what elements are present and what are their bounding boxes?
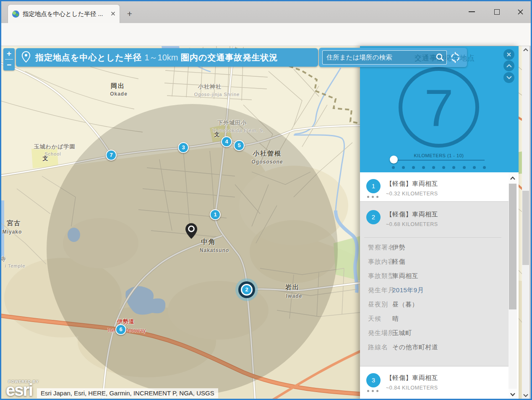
radius-slider-label: KILOMETERS (1 - 10) bbox=[385, 153, 493, 158]
map-label-wakaba-jp: 玉城わかば学園 bbox=[34, 143, 76, 151]
browser-titlebar: 指定地点を中心とした半径 ... + bbox=[0, 1, 532, 23]
list-item-3-number[interactable]: 3 bbox=[366, 373, 381, 387]
locate-icon[interactable] bbox=[449, 51, 462, 65]
map-marker-3[interactable]: 3 bbox=[178, 142, 189, 153]
map-marker-6[interactable]: 6 bbox=[115, 324, 126, 335]
list-item-2-distance: ~0.68 KILOMETERS bbox=[386, 221, 438, 227]
map-label-okade-jp: 岡出 bbox=[111, 82, 125, 90]
detail-value-route: その他市町村道 bbox=[392, 343, 438, 351]
map-label-ogososone-jp: 小社曽根 bbox=[253, 150, 282, 158]
tab-title: 指定地点を中心とした半径 ... bbox=[23, 10, 107, 18]
map-label-iwade-en: Iwade bbox=[286, 293, 302, 299]
list-item-3-menu[interactable] bbox=[367, 390, 378, 392]
list-item-3-title[interactable]: 【軽傷】車両相互 bbox=[386, 374, 438, 382]
place-search-input[interactable] bbox=[322, 50, 447, 65]
list-item-3-distance: ~0.84 KILOMETERS bbox=[386, 385, 438, 391]
scroll-down-icon[interactable] bbox=[522, 392, 529, 399]
map-label-ogososone-en: Ogososone bbox=[251, 159, 283, 165]
radius-slider-track[interactable] bbox=[394, 160, 485, 161]
globe-favicon-icon bbox=[12, 10, 19, 18]
slider-dot bbox=[392, 166, 395, 169]
panel-close-button[interactable] bbox=[503, 49, 514, 60]
zoom-in-button[interactable]: + bbox=[3, 48, 15, 59]
slider-dot bbox=[473, 166, 476, 169]
app-title: 指定地点を中心とした半径 1～10km 圏内の交通事故発生状況 bbox=[35, 52, 278, 63]
result-list: 1 【軽傷】車両相互 ~0.32 KILOMETERS 2 【軽傷】車両相互 ~… bbox=[360, 172, 519, 400]
results-panel: 7 KILOMETERS (1 - 10) 1 【軽傷】車両相互 ~0.32 K… bbox=[360, 46, 519, 400]
map-marker-4[interactable]: 4 bbox=[221, 136, 232, 147]
map-label-nakatsuno-en: Nakatsuno bbox=[200, 247, 229, 253]
detail-value-injury: 軽傷 bbox=[392, 258, 405, 266]
browser-scrollbar-thumb[interactable] bbox=[522, 191, 529, 265]
detail-divider bbox=[364, 237, 501, 238]
map-label-shrine-en: Ogoso-jinja Shrine bbox=[194, 92, 240, 97]
list-scroll-up-button[interactable] bbox=[509, 172, 517, 184]
result-count-ring: 7 bbox=[399, 67, 479, 148]
slider-dot bbox=[412, 166, 415, 169]
map-label-shrine-jp: 小社神社 bbox=[198, 83, 222, 91]
window-minimize-button[interactable] bbox=[461, 3, 482, 21]
list-item-1-number[interactable]: 1 bbox=[366, 179, 381, 193]
pin-icon bbox=[22, 51, 30, 64]
map-label-temple-jp: 寺 bbox=[0, 255, 6, 263]
detail-label-place: 発生場所 bbox=[368, 329, 395, 337]
browser-navbar: https://solutions-esrij.maps.arcgis.com/… bbox=[0, 23, 532, 46]
search-icon[interactable] bbox=[436, 53, 445, 64]
slider-dot bbox=[442, 166, 445, 169]
new-tab-button[interactable]: + bbox=[124, 9, 135, 20]
list-scrollbar-thumb[interactable] bbox=[509, 184, 516, 309]
map-zoom-control[interactable]: + − bbox=[3, 48, 15, 70]
detail-label-type: 事故類型 bbox=[368, 272, 395, 280]
list-item-2-title[interactable]: 【軽傷】車両相互 bbox=[386, 210, 438, 218]
browser-tab[interactable]: 指定地点を中心とした半径 ... bbox=[8, 4, 120, 23]
map-label-elem-jp: 下外城田小 bbox=[217, 119, 247, 127]
map-marker-2[interactable]: 2 bbox=[241, 284, 253, 296]
slider-dot bbox=[402, 166, 405, 169]
detail-value-date: 2015年9月 bbox=[392, 286, 424, 294]
detail-value-weather: 晴 bbox=[392, 315, 399, 323]
list-scrollbar[interactable] bbox=[509, 172, 517, 400]
buffer-circle bbox=[47, 104, 338, 395]
list-item-1-menu[interactable] bbox=[367, 196, 378, 198]
browser-scrollbar[interactable] bbox=[522, 46, 529, 400]
panel-collapse-up-button[interactable] bbox=[503, 60, 514, 71]
slider-dot bbox=[452, 166, 455, 169]
map-label-elem-en: Shimotokida Elem. S. bbox=[212, 128, 264, 133]
list-divider bbox=[360, 366, 509, 366]
detail-label-route: 路線名 bbox=[368, 343, 388, 351]
detail-value-type: 車両相互 bbox=[392, 272, 418, 280]
detail-label-police: 警察署名 bbox=[368, 244, 395, 252]
detail-value-daynight: 昼（暮） bbox=[392, 301, 418, 309]
map-label-okade-en: Okade bbox=[110, 91, 128, 97]
tab-close-icon[interactable] bbox=[111, 10, 115, 18]
zoom-out-button[interactable]: − bbox=[3, 60, 15, 70]
map-label-temple-en: i Temple bbox=[5, 263, 26, 268]
detail-label-weather: 天候 bbox=[368, 315, 381, 323]
slider-dot bbox=[432, 166, 435, 169]
scroll-up-icon[interactable] bbox=[522, 47, 529, 54]
slider-dot bbox=[422, 166, 425, 169]
detail-label-injury: 事故内容 bbox=[368, 258, 395, 266]
map-marker-1[interactable]: 1 bbox=[210, 209, 221, 220]
window-border bbox=[0, 0, 1, 400]
school-symbol: 文 bbox=[214, 131, 220, 138]
window-close-button[interactable] bbox=[509, 3, 531, 21]
app-title-suffix: 圏内の交通事故発生状況 bbox=[181, 53, 278, 62]
window-maximize-button[interactable] bbox=[486, 3, 508, 21]
list-item-2-number[interactable]: 2 bbox=[366, 210, 381, 224]
map-marker-7[interactable]: 7 bbox=[106, 150, 117, 161]
radius-slider-handle[interactable] bbox=[390, 156, 398, 164]
panel-collapse-down-button[interactable] bbox=[503, 72, 514, 83]
list-item-1-title[interactable]: 【軽傷】車両相互 bbox=[386, 180, 438, 188]
slider-dot bbox=[483, 166, 486, 169]
slider-dot bbox=[463, 166, 466, 169]
map-marker-5[interactable]: 5 bbox=[234, 140, 245, 151]
map-label-iseexpwy-en: Ise Expressway bbox=[107, 327, 146, 333]
detail-label-date: 発生年月 bbox=[368, 286, 395, 294]
map-label-miyako-jp: 宮古 bbox=[7, 219, 21, 227]
list-item-1-distance: ~0.32 KILOMETERS bbox=[386, 191, 438, 197]
map-attribution: Esri Japan, Esri, HERE, Garmin, INCREMEN… bbox=[37, 388, 218, 398]
map-label-nakatsuno-jp: 中角 bbox=[201, 238, 216, 247]
app-header: 指定地点を中心とした半径 1～10km 圏内の交通事故発生状況 bbox=[16, 48, 318, 67]
list-scroll-down-button[interactable] bbox=[509, 389, 517, 400]
